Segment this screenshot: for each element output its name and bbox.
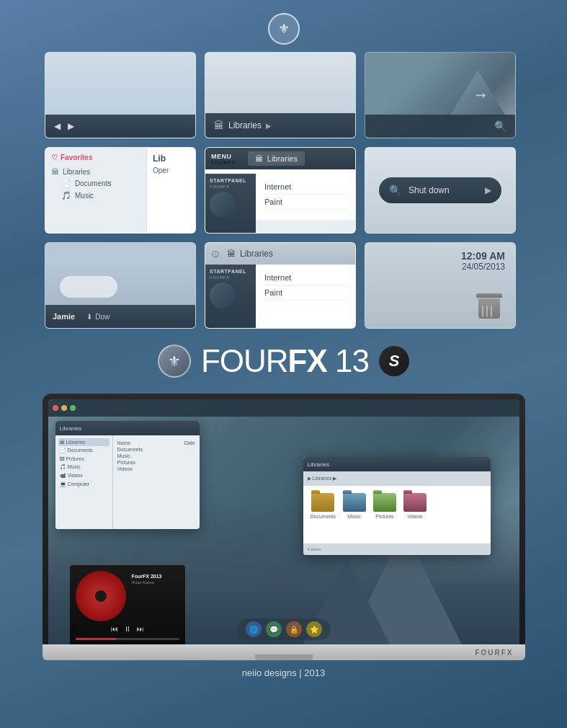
sidebar-content-area: Lib Oper <box>146 148 195 233</box>
laptop-screen: Libraries 🏛 Libraries 📄 Documents 🖼 Pict… <box>48 399 519 644</box>
music-info: FourFX 2013 Artist Name <box>132 574 181 585</box>
trash-lines <box>482 306 492 317</box>
dock-icon-chat[interactable]: 💬 <box>266 621 282 637</box>
lib-toolbar-text: ▶ Libraries ▶ <box>308 476 337 481</box>
fm-titlebar: Libraries <box>55 421 200 435</box>
document-icon: 📄 <box>61 179 71 188</box>
music-play-btn[interactable]: ⏸ <box>124 625 131 633</box>
taskbar-close-btn[interactable] <box>53 405 58 411</box>
download-icon: ⬇ <box>86 313 92 321</box>
preview-cell-landscape: ➙ 🔍 <box>365 52 516 138</box>
menu-header-bar: MENU FOURFX 🏛 Libraries <box>205 148 355 169</box>
music-progress-fill <box>76 638 117 640</box>
dock-icon-browser[interactable]: 🌐 <box>246 621 262 637</box>
lib-folder-videos[interactable]: Videos <box>403 493 427 536</box>
menu-libraries-icon: 🏛 <box>255 154 263 163</box>
shutdown-label: Shut down <box>408 185 478 195</box>
username-label: Jamie <box>53 312 75 321</box>
music-progress-bar <box>76 638 179 640</box>
cell8-paint-item[interactable]: Paint <box>264 285 347 301</box>
brand-s-icon: S <box>379 346 409 376</box>
cell8-start-panel: STARTPANEL FOURFX <box>205 265 256 329</box>
download-indicator: ⬇ Dow <box>86 313 110 321</box>
lib-titlebar: Libraries <box>303 457 491 471</box>
footer: neiio designs | 2013 <box>0 660 567 685</box>
lib-folder-documents[interactable]: Documents <box>311 493 336 536</box>
dock-icon-favorites[interactable]: ⭐ <box>306 621 322 637</box>
user-avatar <box>210 192 236 218</box>
fm-sidebar-music[interactable]: 🎵 Music <box>58 463 110 471</box>
laptop-base: FOURFX <box>43 644 525 660</box>
music-icon: 🎵 <box>61 191 71 200</box>
music-prev-btn[interactable]: ⏮ <box>111 625 118 633</box>
file-manager-window: Libraries 🏛 Libraries 📄 Documents 🖼 Pict… <box>55 421 200 529</box>
trash-body <box>478 298 500 319</box>
clock-time: 12:09 AM <box>375 250 505 262</box>
cell8-items: Internet Paint <box>256 265 355 329</box>
menu-internet-item[interactable]: Internet <box>264 179 347 195</box>
fm-sidebar-documents[interactable]: 📄 Documents <box>58 446 110 455</box>
dropdown-icon[interactable]: ⊙ <box>211 248 220 259</box>
music-artist: Artist Name <box>132 580 181 585</box>
laptop-mockup: Libraries 🏛 Libraries 📄 Documents 🖼 Pict… <box>43 394 525 660</box>
fm-sidebar-videos[interactable]: 📹 Videos <box>58 471 110 480</box>
menu-libraries-tab[interactable]: 🏛 Libraries <box>248 151 305 166</box>
folder-icon-videos <box>403 493 427 512</box>
shutdown-bar: 🔍 Shut down ▶ <box>379 177 501 203</box>
dock-icon-security[interactable]: 🔒 <box>286 621 302 637</box>
cell8-libraries-label: 🏛 Libraries <box>227 249 273 259</box>
heart-icon: ♡ <box>51 154 58 161</box>
shutdown-arrow: ▶ <box>485 185 491 195</box>
breadcrumb-arrow: ▶ <box>266 122 272 130</box>
sidebar-documents-item[interactable]: 📄 Documents <box>51 177 140 190</box>
fm-sidebar-libraries[interactable]: 🏛 Libraries <box>58 438 110 446</box>
shutdown-search-icon[interactable]: 🔍 <box>389 185 401 196</box>
laptop-screen-outer: Libraries 🏛 Libraries 📄 Documents 🖼 Pict… <box>43 394 525 644</box>
favorites-header: ♡ Favorites <box>51 154 140 161</box>
menu-brand-label: MENU FOURFX <box>211 153 236 165</box>
landscape-search-bar: 🔍 <box>365 115 515 138</box>
lib-title: Libraries <box>308 461 330 468</box>
fm-content-row2: Documents <box>117 446 195 453</box>
lib-toolbar: ▶ Libraries ▶ <box>303 471 491 486</box>
landscape-arrow: ➙ <box>476 87 486 103</box>
user-taskbar: Jamie ⬇ Dow <box>45 305 195 328</box>
lib-body: Documents Music Pictures Videos <box>303 486 491 543</box>
folder-label-pictures: Pictures <box>375 514 393 519</box>
trash-lid <box>476 293 502 298</box>
music-controls: ⏮ ⏸ ⏭ <box>76 625 179 633</box>
cloud-decoration <box>60 276 117 298</box>
folder-icon-pictures <box>373 493 396 512</box>
fm-sidebar: 🏛 Libraries 📄 Documents 🖼 Pictures 🎵 Mus… <box>55 435 113 529</box>
taskbar-minimize-btn[interactable] <box>61 405 67 411</box>
brand-title-light: FOUR <box>201 343 288 378</box>
search-icon[interactable]: 🔍 <box>494 120 506 132</box>
media-next-btn[interactable]: ▶ <box>68 121 74 131</box>
taskbar-maximize-btn[interactable] <box>70 405 76 411</box>
folder-icon-documents <box>311 493 334 512</box>
album-center <box>95 590 107 602</box>
start-panel: STARTPANEL FOURFX <box>205 174 256 234</box>
file-browser-bar: 🏛 Libraries ▶ <box>205 113 355 138</box>
media-control-bar: ◀ ▶ <box>45 115 195 138</box>
music-next-btn[interactable]: ⏭ <box>137 625 144 633</box>
fm-sidebar-pictures[interactable]: 🖼 Pictures <box>58 455 110 463</box>
trash-can[interactable] <box>478 293 501 319</box>
fm-content-row3: Music <box>117 453 195 459</box>
cell8-internet-item[interactable]: Internet <box>264 270 347 285</box>
sidebar-panel: ♡ Favorites 🏛 Libraries 📄 Documents 🎵 Mu… <box>45 148 146 233</box>
lib-folder-music[interactable]: Music <box>343 493 366 536</box>
breadcrumb-libraries: Libraries <box>228 120 262 130</box>
fm-content-row5: Videos <box>117 466 195 472</box>
fm-sidebar-computer[interactable]: 💻 Computer <box>58 480 110 489</box>
fm-content: NameDate Documents Music Pictures Videos <box>113 435 200 529</box>
sidebar-libraries-item[interactable]: 🏛 Libraries <box>51 166 140 177</box>
menu-paint-item[interactable]: Paint <box>264 195 347 210</box>
media-prev-btn[interactable]: ◀ <box>54 121 61 131</box>
sidebar-music-item[interactable]: 🎵 Music <box>51 190 140 202</box>
lib-folder-pictures[interactable]: Pictures <box>373 493 396 536</box>
music-album-art <box>76 571 126 621</box>
folder-label-videos: Videos <box>407 514 422 519</box>
clock-display: 12:09 AM 24/05/2013 <box>365 243 515 279</box>
laptop-notch <box>255 654 313 660</box>
